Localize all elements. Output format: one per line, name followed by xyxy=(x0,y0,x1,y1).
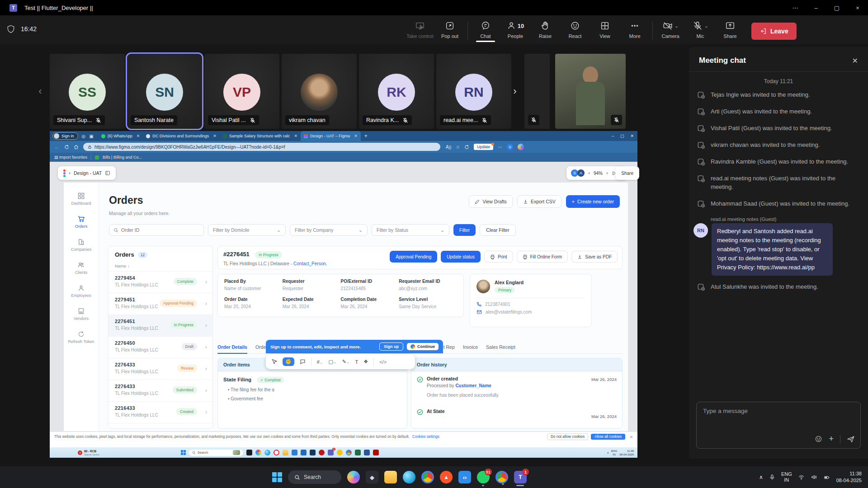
taskbar-file-explorer-icon[interactable] xyxy=(384,471,397,483)
app-icon-dark[interactable] xyxy=(246,450,252,455)
google-continue-button[interactable]: Continue xyxy=(407,343,439,350)
import-favorites-button[interactable]: ▤ Import favorites xyxy=(54,155,87,160)
app-icon-norton[interactable] xyxy=(337,450,343,455)
chat-close-icon[interactable]: ✕ xyxy=(852,56,858,65)
order-row-selected[interactable]: 2276451TL Flex Holdings LLC In Progress› xyxy=(108,315,212,337)
filter-domicile-select[interactable]: Filter by Domicile⌄ xyxy=(208,224,286,236)
app-icon-edge[interactable] xyxy=(264,450,270,455)
sidebar-item-orders[interactable]: Orders xyxy=(64,216,99,229)
contact-phone[interactable]: 2123874901 xyxy=(485,302,510,307)
leave-button[interactable]: Leave xyxy=(751,23,797,40)
component-tool-icon[interactable]: ❖ xyxy=(363,359,368,365)
comment-tool-icon[interactable] xyxy=(300,359,306,365)
tab-close-icon[interactable]: ✕ xyxy=(294,134,297,138)
browser-tab-dc-divisions[interactable]: DC Divisions and Surroundings✕ xyxy=(143,131,220,141)
cookie-close-icon[interactable]: ✕ xyxy=(630,435,633,439)
list-column-header[interactable]: Name ↓ xyxy=(108,262,212,272)
sidebar-item-refresh-token[interactable]: Refresh Token xyxy=(64,331,99,344)
sidebar-item-employees[interactable]: Employees xyxy=(64,285,99,298)
hand-tool-icon[interactable]: ✊ xyxy=(283,357,294,366)
app-icon-word[interactable] xyxy=(364,450,370,455)
filter-company-select[interactable]: Filter by Company⌄ xyxy=(290,224,368,236)
participant-tile[interactable]: SS Shivani Sup... xyxy=(50,54,125,129)
mic-button[interactable]: ⌄ Mic xyxy=(685,18,715,39)
send-icon[interactable] xyxy=(847,435,855,443)
chat-message-bubble[interactable]: Redberyl and Santosh added read.ai meeti… xyxy=(712,223,833,276)
chat-compose-box[interactable]: + xyxy=(696,402,861,449)
tiles-scroll-right-icon[interactable]: › xyxy=(508,82,522,100)
shared-search-box[interactable]: Search xyxy=(189,450,243,456)
app-icon-excel[interactable] xyxy=(355,450,361,455)
browser-tab-whatsapp[interactable]: (6) WhatsApp✕ xyxy=(98,131,143,141)
app-icon-opera[interactable] xyxy=(274,450,279,455)
app-icon-chrome[interactable] xyxy=(346,450,352,455)
order-row[interactable]: 2276433TL Flex Holdings LLC Review› xyxy=(108,358,212,380)
order-row[interactable]: 2276433TL Flex Holdings LLC Submitted› xyxy=(108,380,212,402)
new-tab-icon[interactable]: + xyxy=(364,133,368,139)
copilot-icon[interactable] xyxy=(518,144,524,150)
cursor-tool-icon[interactable] xyxy=(271,359,277,365)
participant-tile[interactable]: VP Vishal Patil ... xyxy=(204,54,279,129)
order-id-input[interactable] xyxy=(121,227,193,233)
frame-tool-icon[interactable]: #⌄ xyxy=(317,359,323,365)
order-row[interactable]: 2279451TL Flex Holdings LLC Approval Pen… xyxy=(108,293,212,315)
start-button-icon[interactable] xyxy=(181,450,186,455)
tiles-scroll-left-icon[interactable]: ‹ xyxy=(35,82,45,100)
clear-filter-button[interactable]: Clear Filter xyxy=(480,224,515,236)
taskbar-whatsapp-icon[interactable]: 81 xyxy=(477,471,490,483)
back-icon[interactable]: ← xyxy=(54,144,60,150)
bookmark-bills[interactable]: Bills | Billing and Co... xyxy=(103,155,142,160)
favorites-star-icon[interactable]: ☆ xyxy=(456,145,460,150)
create-new-order-button[interactable]: +Create new order xyxy=(566,195,620,208)
tray-volume-icon[interactable] xyxy=(811,474,817,480)
chevron-down-icon[interactable]: ▾ xyxy=(588,171,590,175)
allow-cookies-button[interactable]: Allow all cookies xyxy=(591,434,625,440)
sidebar-item-clients[interactable]: Clients xyxy=(64,262,99,275)
browser-profile-avatar[interactable]: S xyxy=(507,144,513,150)
sidebar-item-dashboard[interactable]: Dashboard xyxy=(64,192,99,206)
dev-mode-icon[interactable]: </> xyxy=(379,359,387,365)
text-tool-icon[interactable]: T xyxy=(355,359,359,365)
browser-more-icon[interactable]: ⋯ xyxy=(498,145,502,150)
app-icon-office[interactable] xyxy=(310,450,316,455)
app-icon-photos[interactable] xyxy=(255,450,261,455)
view-drafts-button[interactable]: View Drafts xyxy=(469,195,513,208)
order-row[interactable]: 2279454TL Flex Holdings LLC Complete› xyxy=(108,272,212,293)
taskbar-teams-icon[interactable]: T1 xyxy=(514,471,527,483)
participant-tile[interactable]: RK Ravindra K... xyxy=(359,54,434,129)
export-csv-button[interactable]: Export CSV xyxy=(517,195,561,208)
app-icon-acrobat[interactable] xyxy=(373,450,379,455)
browser-signin-button[interactable]: Sign in xyxy=(52,132,78,140)
browser-tab-figma-active[interactable]: Design - UAT – Figma✕ xyxy=(301,131,361,141)
signup-button[interactable]: Sign up xyxy=(379,343,403,351)
taskbar-brave-icon[interactable]: ▲ xyxy=(440,471,453,483)
browser-tab-excel[interactable]: Sample Salary Structure with calc✕ xyxy=(220,131,301,141)
window-close-icon[interactable]: × xyxy=(847,5,868,11)
zoom-level[interactable]: 94% xyxy=(594,171,603,176)
taskbar-edge-icon[interactable] xyxy=(403,471,415,483)
contact-email[interactable]: alex@vstatefilings.com xyxy=(486,310,532,314)
attach-plus-icon[interactable]: + xyxy=(829,434,834,444)
deny-cookies-button[interactable]: Do not allow cookies xyxy=(547,433,588,440)
sidebar-item-vendors[interactable]: Vendors xyxy=(64,308,99,321)
tab-close-icon[interactable]: ✕ xyxy=(213,134,217,138)
app-icon-file-explorer[interactable] xyxy=(283,450,288,455)
taskbar-vscode-icon[interactable]: ‹› xyxy=(458,471,471,483)
app-icon-outlook[interactable] xyxy=(301,450,307,455)
participant-tile[interactable]: RN read.ai mee... xyxy=(436,54,511,129)
tray-mic-icon[interactable] xyxy=(769,474,775,480)
save-as-pdf-button[interactable]: Save as PDF xyxy=(571,251,618,263)
zoom-chevron-icon[interactable]: ▾ xyxy=(606,171,608,175)
chat-button[interactable]: Chat xyxy=(471,18,500,39)
sports-score-notification[interactable]: 3 MI - RCBGame score xyxy=(78,450,99,456)
view-button[interactable]: View xyxy=(590,18,620,39)
taskbar-search[interactable]: Search xyxy=(288,470,341,484)
home-icon[interactable] xyxy=(74,145,79,150)
participant-tile-partial[interactable] xyxy=(524,54,550,129)
participant-video-tile[interactable] xyxy=(555,54,626,129)
refresh-icon[interactable] xyxy=(64,145,69,150)
browser-minimize-icon[interactable]: – xyxy=(612,134,614,138)
cookie-settings-link[interactable]: Cookies settings xyxy=(412,435,439,439)
window-minimize-icon[interactable]: – xyxy=(806,5,826,11)
filter-status-select[interactable]: Filter by Status⌄ xyxy=(372,224,449,236)
